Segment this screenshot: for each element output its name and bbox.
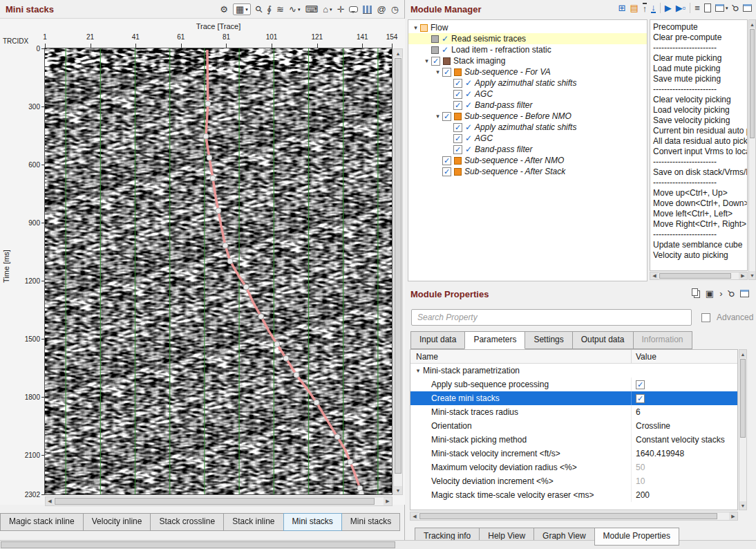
command-save-on-disk-stack-vrms-nm[interactable]: Save on disk stack/Vrms/NM — [650, 167, 747, 178]
command-convert-input-vrms-to-local[interactable]: Convert input Vrms to local — [650, 147, 747, 157]
command-move-down-ctrl-down[interactable]: Move down<Ctrl+, Down> — [650, 198, 747, 209]
scrollbar-thumb[interactable] — [740, 359, 746, 438]
tree-item-read-seismic-traces[interactable]: ✓Read seismic traces — [408, 33, 647, 44]
command-move-up-ctrl-up[interactable]: Move up<Ctrl+, Up> — [650, 188, 747, 198]
param-group-row[interactable]: ▾Mini-stack parametrization — [410, 364, 737, 378]
param-row-apply-sub-sequence-processing[interactable]: Apply sub-sequence processing✓ — [410, 378, 737, 391]
tree-item-sub-sequence-after-nmo[interactable]: ✓Sub-sequence - After NMO — [408, 155, 647, 166]
command-move-left-ctrl-left[interactable]: Move left<Ctrl+, Left> — [650, 209, 747, 219]
tree-checkbox[interactable]: ✓ — [453, 90, 462, 99]
properties-tab-information[interactable]: Information — [633, 331, 692, 349]
run-to-module-icon[interactable]: ▶▫ — [676, 3, 686, 12]
new-view-icon[interactable]: ▾ — [715, 4, 728, 12]
float-panel-icon[interactable] — [740, 290, 749, 297]
view-tab-mini-stacks[interactable]: Mini stacks — [341, 513, 400, 531]
search-property-input[interactable] — [411, 309, 692, 326]
attributes-icon[interactable]: @ — [377, 5, 386, 14]
expander-icon[interactable]: ▾ — [413, 367, 423, 374]
export-flow-icon[interactable]: ↓ — [651, 3, 656, 13]
properties-tab-parameters[interactable]: Parameters — [464, 331, 525, 349]
tree-item-band-pass-filter[interactable]: ✓✓Band-pass filter — [408, 100, 647, 111]
expander-icon[interactable]: ▾ — [433, 113, 442, 120]
scrollbar-thumb[interactable] — [419, 513, 717, 519]
clipboard-icon[interactable] — [704, 3, 711, 12]
tree-item-load-item-refraction-static[interactable]: ✓Load item - refraction static — [408, 44, 647, 55]
scrollbar-thumb[interactable] — [750, 29, 755, 138]
view-tab-stack-inline[interactable]: Stack inline — [223, 513, 283, 531]
scroll-down-button[interactable]: ▼ — [739, 501, 746, 510]
histogram-icon[interactable] — [363, 6, 372, 14]
param-value[interactable]: 200 — [632, 488, 737, 502]
param-row-mini-stack-picking-method[interactable]: Mini-stack picking methodConstant veloci… — [410, 433, 737, 447]
view-tab-stack-crossline[interactable]: Stack crossline — [150, 513, 224, 531]
tree-checkbox[interactable]: ✓ — [442, 167, 451, 176]
float-panel-icon[interactable] — [743, 4, 752, 12]
polygon-tool-icon[interactable]: ⌂▾ — [323, 5, 332, 14]
param-value[interactable]: 6 — [632, 405, 737, 419]
tree-item-sub-sequence-for-va[interactable]: ▾✓Sub-sequence - For VA — [408, 66, 647, 77]
command-clear-mute-picking[interactable]: Clear mute picking — [650, 53, 747, 64]
param-row-mini-stack-traces-radius[interactable]: Mini-stack traces radius6 — [410, 405, 737, 419]
wiggle-display-icon[interactable]: ∿▾ — [289, 5, 300, 14]
tree-item-sub-sequence-after-stack[interactable]: ✓Sub-sequence - After Stack — [408, 166, 647, 177]
param-value[interactable]: Crossline — [632, 419, 737, 433]
tree-item-agc[interactable]: ✓✓AGC — [408, 133, 647, 144]
dock-tab-module-properties[interactable]: Module Properties — [594, 528, 679, 546]
tree-item-apply-azimuthal-static-shifts[interactable]: ✓✓Apply azimuthal static shifts — [408, 77, 647, 89]
command-update-semblance-cube[interactable]: Update semblance cube — [650, 240, 747, 250]
tree-checkbox[interactable]: ✓ — [453, 79, 462, 88]
param-value[interactable]: 10 — [632, 474, 737, 488]
param-row-mini-stack-velocity-increment-ft-s[interactable]: Mini-stack velocity increment <ft/s>1640… — [410, 447, 737, 460]
command-precompute[interactable]: Precompute — [650, 22, 747, 32]
command-save-mute-picking[interactable]: Save mute picking — [650, 74, 747, 84]
tree-checkbox[interactable]: ✓ — [453, 123, 462, 132]
scroll-right-button[interactable]: ▶ — [384, 497, 392, 505]
module-alert-icon[interactable]: ▤ — [630, 3, 638, 12]
param-row-create-mini-stacks[interactable]: Create mini stacks✓ — [410, 391, 737, 405]
view-tab-velocity-inline[interactable]: Velocity inline — [83, 513, 151, 531]
param-checkbox[interactable]: ✓ — [636, 394, 645, 403]
command-clear-pre-compute[interactable]: Clear pre-compute — [650, 32, 747, 43]
add-module-icon[interactable]: ⊞ — [618, 3, 626, 12]
tree-checkbox[interactable]: ✓ — [442, 68, 451, 77]
scrollbar-track[interactable] — [419, 512, 729, 520]
scroll-up-button[interactable]: ▲ — [749, 20, 755, 28]
scroll-left-button[interactable]: ◀ — [410, 512, 419, 520]
table-vertical-scrollbar[interactable]: ▲▼ — [739, 349, 747, 510]
keyboard-shortcuts-icon[interactable]: ⌨ — [305, 5, 318, 14]
command-load-velocity-picking[interactable]: Load velocity picking — [650, 105, 747, 115]
tree-checkbox[interactable]: ✓ — [453, 134, 462, 143]
scrollbar-thumb[interactable] — [659, 273, 731, 279]
scroll-left-button[interactable]: ◀ — [650, 272, 659, 279]
scrollbar-track[interactable] — [749, 28, 755, 271]
plot-horizontal-scrollbar[interactable]: ◀▶ — [45, 496, 393, 506]
advanced-checkbox[interactable] — [701, 313, 710, 322]
tree-item-stack-imaging[interactable]: ▾✓Stack imaging — [408, 55, 647, 66]
tree-item-band-pass-filter[interactable]: ✓✓Band-pass filter — [408, 144, 647, 155]
command-velocity-auto-picking[interactable]: Velocity auto picking — [650, 250, 747, 261]
param-row-magic-stack-time-scale-velocity-eraser-ms[interactable]: Magic stack time-scale velocity eraser <… — [410, 488, 737, 502]
expander-icon[interactable]: ▾ — [411, 24, 420, 31]
param-value[interactable]: 1640.419948 — [632, 447, 737, 460]
tree-checkbox[interactable]: ✓ — [431, 57, 440, 66]
zoom-icon[interactable]: ⚲ — [256, 5, 263, 14]
scroll-left-button[interactable]: ◀ — [46, 497, 54, 505]
command-all-data-residual-auto-pick[interactable]: All data residual auto pick — [650, 136, 747, 147]
expander-icon[interactable]: ▾ — [422, 57, 431, 64]
advanced-filter[interactable]: Advanced — [701, 313, 753, 322]
column-header-value[interactable]: Value — [632, 352, 737, 362]
param-row-maximum-velocity-deviation-radius[interactable]: Maximum velocity deviation radius <%>50 — [410, 460, 737, 474]
properties-tab-input-data[interactable]: Input data — [410, 331, 465, 349]
scroll-right-button[interactable]: ▶ — [729, 512, 737, 520]
tree-checkbox[interactable]: ✓ — [453, 101, 462, 110]
column-header-name[interactable]: Name — [410, 350, 632, 363]
scroll-up-button[interactable]: ▲ — [739, 350, 746, 358]
table-horizontal-scrollbar[interactable]: ◀▶ — [410, 512, 738, 521]
flow-report-icon[interactable]: ≡ — [694, 3, 700, 12]
scroll-right-button[interactable]: ▶ — [739, 272, 747, 279]
scrollbar-track[interactable] — [739, 358, 746, 501]
command-current-bin-residual-auto-pic[interactable]: Current bin residual auto pic — [650, 126, 747, 136]
seismic-image[interactable] — [45, 48, 392, 494]
plot-vertical-scrollbar[interactable]: ▲▼ — [393, 48, 403, 495]
scrollbar-thumb[interactable] — [55, 498, 375, 505]
